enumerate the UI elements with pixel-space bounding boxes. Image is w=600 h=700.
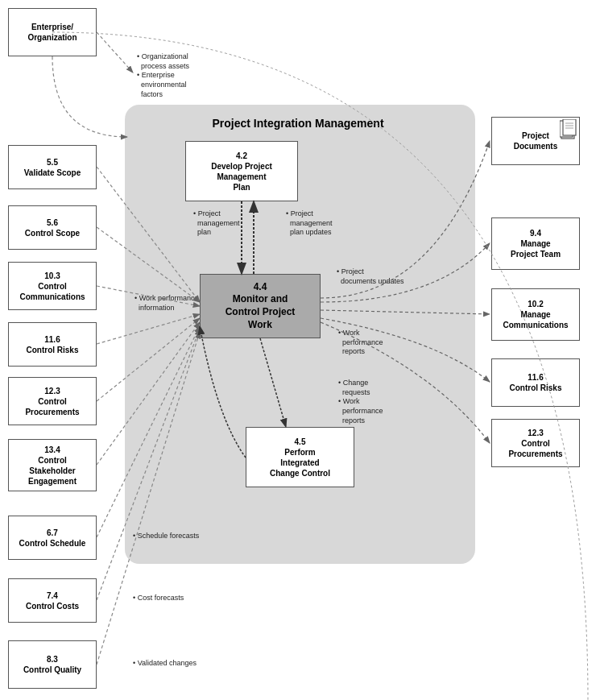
box-perf-change: 4.5PerformIntegratedChange Control [246,427,354,487]
box-control-stake: 13.4ControlStakeholderEngagement [8,439,97,491]
central-title: Project Integration Management [161,117,435,130]
box-manage-team: 9.4ManageProject Team [491,217,580,270]
label-validated-changes: • Validated changes [133,659,197,669]
label-proj-mgmt-plan-updates: • Project management plan updates [286,209,333,238]
box-control-quality: 8.3Control Quality [8,640,97,689]
box-dev-plan: 4.2Develop ProjectManagementPlan [185,141,298,201]
box-control-proc-right: 12.3ControlProcurements [491,419,580,467]
box-validate-scope: 5.5Validate Scope [8,145,97,189]
box-control-scope: 5.6Control Scope [8,205,97,250]
label-change-requests: • Change requests• Work performance repo… [338,379,383,425]
central-title-text: Project Integration Management [212,117,383,130]
box-enterprise: Enterprise/Organization [8,8,97,56]
label-schedule-forecasts: • Schedule forecasts [133,532,199,541]
box-control-costs: 7.4Control Costs [8,578,97,623]
box-project-docs: ProjectDocuments [491,117,580,165]
svg-line-6 [97,32,133,72]
label-cost-forecasts: • Cost forecasts [133,594,184,603]
svg-rect-2 [563,119,576,135]
box-control-risks-right: 11.6Control Risks [491,358,580,407]
paper-icon [560,119,577,140]
diagram-container: Project Integration Management Enterpris… [0,0,600,700]
box-control-sched: 6.7Control Schedule [8,516,97,560]
box-control-proc-left: 12.3ControlProcurements [8,377,97,425]
label-proj-docs-updates: • Project documents updates [337,267,404,286]
box-control-comm: 10.3ControlCommunications [8,262,97,310]
label-org-process: • Organizational process assets• Enterpr… [137,52,189,99]
label-work-perf-info: • Work performance information [134,294,199,313]
box-control-risks-left: 11.6Control Risks [8,322,97,367]
label-work-perf-reports: • Work performance reports [338,329,383,357]
label-proj-mgmt-plan: • Project management plan [193,209,240,238]
box-manage-comm: 10.2ManageCommunications [491,288,580,341]
box-monitor: 4.4Monitor andControl ProjectWork [200,274,321,338]
